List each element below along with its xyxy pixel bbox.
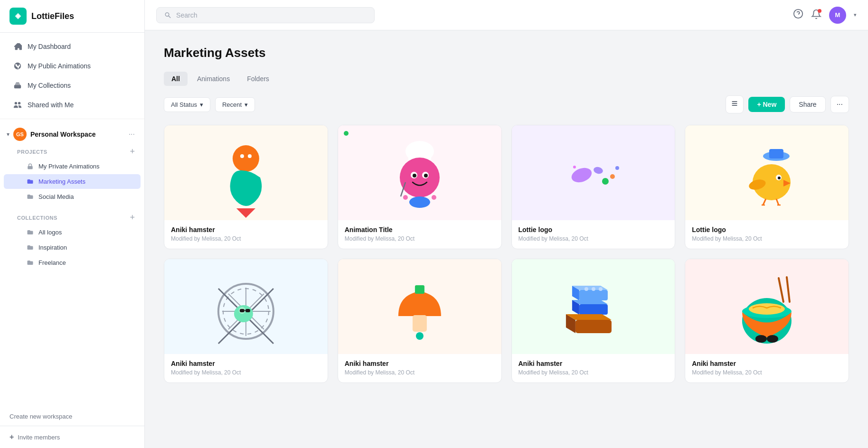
card-thumb-3 xyxy=(512,125,675,220)
card-lottie-logo-2[interactable]: Lottie logo Modified by Melissa, 20 Oct xyxy=(685,125,849,249)
card-animation-title[interactable]: Animation Title Modified by Melissa, 20 … xyxy=(338,125,502,249)
projects-section-header: PROJECTS + xyxy=(0,144,144,159)
svg-point-15 xyxy=(432,195,436,200)
list-view-btn[interactable] xyxy=(726,95,744,113)
create-workspace-link[interactable]: Create new workspace xyxy=(0,407,144,426)
sidebar-item-shared[interactable]: Shared with Me xyxy=(4,95,141,114)
more-button[interactable]: ··· xyxy=(830,96,849,113)
tab-folders[interactable]: Folders xyxy=(239,72,277,86)
svg-line-63 xyxy=(787,277,790,302)
card-aniki-hamster-1[interactable]: Aniki hamster Modified by Melissa, 20 Oc… xyxy=(164,125,328,249)
card-aniki-hamster-3[interactable]: Aniki hamster Modified by Melissa, 20 Oc… xyxy=(338,259,502,383)
svg-point-2 xyxy=(233,145,259,172)
card-meta-4: Modified by Melissa, 20 Oct xyxy=(692,235,842,242)
sidebar-header: LottieFiles xyxy=(0,0,144,33)
workspace-header[interactable]: ▾ GS Personal Workspace ··· xyxy=(0,123,144,144)
collection-icon xyxy=(13,81,22,90)
sidebar-item-public-animations[interactable]: My Public Animations xyxy=(4,56,141,75)
sidebar-item-marketing-assets[interactable]: Marketing Assets xyxy=(4,174,141,189)
svg-point-16 xyxy=(403,195,408,200)
projects-label: PROJECTS xyxy=(17,149,47,155)
card-aniki-hamster-5[interactable]: Aniki hamster Modified by Melissa, 20 Oc… xyxy=(685,259,849,383)
topbar: M ▾ xyxy=(145,0,868,30)
card-info-4: Lottie logo Modified by Melissa, 20 Oct xyxy=(685,220,849,249)
collections-add-icon[interactable]: + xyxy=(130,213,135,223)
sidebar-item-social-media[interactable]: Social Media xyxy=(4,189,141,204)
card-meta-8: Modified by Melissa, 20 Oct xyxy=(692,369,842,376)
svg-rect-56 xyxy=(575,320,611,333)
svg-point-5 xyxy=(248,154,252,158)
share-button[interactable]: Share xyxy=(790,96,825,112)
svg-point-49 xyxy=(416,332,424,340)
card-aniki-hamster-4[interactable]: Aniki hamster Modified by Melissa, 20 Oc… xyxy=(511,259,676,383)
sidebar-item-marketing-label: Marketing Assets xyxy=(38,178,85,185)
workspace-avatar: GS xyxy=(13,128,27,141)
tab-animations[interactable]: Animations xyxy=(189,72,237,86)
card-thumb-7 xyxy=(512,259,675,354)
tab-all[interactable]: All xyxy=(164,72,188,86)
card-thumb-4 xyxy=(685,125,849,220)
card-meta-1: Modified by Melissa, 20 Oct xyxy=(171,235,321,242)
home-icon xyxy=(13,42,22,51)
card-meta-2: Modified by Melissa, 20 Oct xyxy=(345,235,495,242)
search-input[interactable] xyxy=(176,11,367,19)
card-title-4: Lottie logo xyxy=(692,226,842,233)
sidebar-item-inspiration[interactable]: Inspiration xyxy=(4,240,141,255)
sidebar-item-shared-label: Shared with Me xyxy=(28,101,74,109)
sidebar-item-collections-label: My Collections xyxy=(28,82,71,89)
card-meta-6: Modified by Melissa, 20 Oct xyxy=(345,369,495,376)
sidebar-item-all-logos[interactable]: All logos xyxy=(4,225,141,240)
help-icon[interactable] xyxy=(793,9,803,21)
lock-icon xyxy=(27,163,34,170)
svg-point-66 xyxy=(749,303,785,315)
svg-point-59 xyxy=(584,287,588,291)
card-meta-5: Modified by Melissa, 20 Oct xyxy=(171,369,321,376)
sidebar-item-freelance[interactable]: Freelance xyxy=(4,255,141,270)
main-area: M ▾ Marketing Assets All Animations Fold… xyxy=(145,0,868,448)
sidebar-item-freelance-label: Freelance xyxy=(38,259,66,266)
card-aniki-hamster-2[interactable]: Aniki hamster Modified by Melissa, 20 Oc… xyxy=(164,259,328,383)
sidebar-item-dashboard[interactable]: My Dashboard xyxy=(4,37,141,56)
toolbar: All Status ▾ Recent ▾ + New Share ··· xyxy=(164,95,849,113)
svg-point-4 xyxy=(240,154,244,158)
new-button[interactable]: + New xyxy=(748,97,785,112)
svg-line-62 xyxy=(779,278,783,302)
svg-rect-47 xyxy=(413,315,427,332)
sidebar: LottieFiles My Dashboard My Public Anima… xyxy=(0,0,145,448)
projects-add-icon[interactable]: + xyxy=(130,147,135,157)
plus-icon: + xyxy=(9,433,14,441)
globe-icon xyxy=(13,62,22,70)
card-lottie-logo-1[interactable]: Lottie logo Modified by Melissa, 20 Oct xyxy=(511,125,676,249)
card-title-6: Aniki hamster xyxy=(345,360,495,367)
collections-label: COLLECTIONS xyxy=(17,215,57,221)
card-meta-3: Modified by Melissa, 20 Oct xyxy=(519,235,669,242)
status-filter-chevron-icon: ▾ xyxy=(200,101,203,108)
workspace-more-icon[interactable]: ··· xyxy=(129,130,135,139)
sidebar-item-private-animations[interactable]: My Private Animations xyxy=(4,159,141,174)
card-title-2: Animation Title xyxy=(345,226,495,233)
notification-dot xyxy=(818,9,821,13)
sidebar-item-logos-label: All logos xyxy=(38,229,62,236)
invite-members-btn[interactable]: + Invite members xyxy=(0,426,144,448)
status-filter[interactable]: All Status ▾ xyxy=(164,97,210,112)
card-meta-7: Modified by Melissa, 20 Oct xyxy=(519,369,669,376)
user-avatar[interactable]: M xyxy=(829,7,846,24)
collections-section-header: COLLECTIONS + xyxy=(0,210,144,224)
sort-filter[interactable]: Recent ▾ xyxy=(215,97,255,112)
sidebar-item-dashboard-label: My Dashboard xyxy=(28,43,71,50)
sidebar-item-collections[interactable]: My Collections xyxy=(4,76,141,95)
avatar-chevron-icon[interactable]: ▾ xyxy=(854,12,857,18)
search-box[interactable] xyxy=(156,7,375,23)
notification-btn[interactable] xyxy=(811,9,821,21)
folder-icon-inspiration xyxy=(27,244,34,251)
card-thumb-6 xyxy=(338,259,501,354)
svg-point-29 xyxy=(778,177,781,179)
search-icon xyxy=(164,11,171,19)
folder-icon-marketing xyxy=(27,178,34,185)
animation-grid: Aniki hamster Modified by Melissa, 20 Oc… xyxy=(164,125,849,383)
card-info-2: Animation Title Modified by Melissa, 20 … xyxy=(338,220,501,249)
sidebar-item-social-label: Social Media xyxy=(38,193,74,200)
logo-icon xyxy=(9,8,27,25)
svg-point-61 xyxy=(598,287,602,291)
svg-rect-24 xyxy=(769,149,783,159)
